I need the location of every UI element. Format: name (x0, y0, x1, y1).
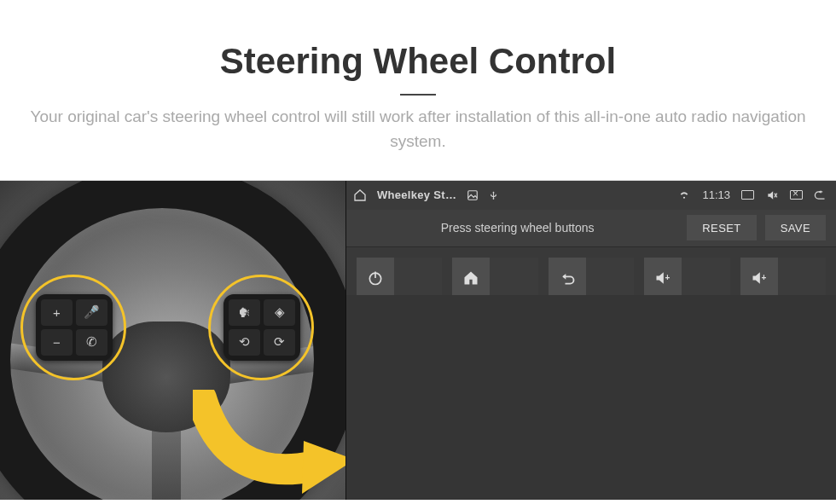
svg-text:+: + (665, 273, 671, 282)
svg-rect-1 (468, 191, 478, 200)
image-icon (467, 189, 479, 201)
display-icon[interactable] (741, 190, 754, 200)
page-subtitle: Your original car's steering wheel contr… (26, 104, 810, 154)
back-icon[interactable] (814, 189, 829, 201)
config-toolbar: Press steering wheel buttons RESET SAVE (346, 210, 836, 247)
save-button[interactable]: SAVE (765, 215, 826, 240)
key-power[interactable] (357, 258, 442, 298)
home-icon[interactable] (353, 188, 367, 202)
prompt-text: Press steering wheel buttons (357, 221, 678, 235)
home-icon (452, 258, 490, 298)
reset-button[interactable]: RESET (687, 215, 756, 240)
title-underline (400, 94, 436, 96)
key-home[interactable] (452, 258, 537, 298)
callout-arrow (193, 390, 345, 500)
svg-marker-0 (302, 441, 345, 494)
headunit-screen: Wheelkey St… 11:13 (345, 181, 836, 500)
volume-up-icon: + (644, 258, 682, 298)
svg-text:+: + (761, 273, 766, 282)
close-app-icon[interactable] (790, 190, 803, 200)
app-title: Wheelkey St… (377, 188, 456, 201)
wifi-icon (677, 189, 691, 200)
mute-icon[interactable] (765, 189, 779, 201)
status-bar: Wheelkey St… 11:13 (346, 181, 836, 210)
volume-up-icon: + (740, 258, 778, 298)
clock: 11:13 (702, 188, 730, 201)
highlight-circle-right (208, 275, 314, 380)
key-volume-up-2[interactable]: + (740, 258, 826, 298)
key-volume-up-1[interactable]: + (644, 258, 729, 298)
highlight-circle-left (20, 275, 126, 380)
usb-icon (489, 188, 498, 202)
config-body-empty (346, 295, 836, 500)
undo-icon (549, 258, 586, 298)
power-icon (357, 258, 394, 298)
key-return[interactable] (549, 258, 634, 298)
steering-wheel-illustration: + 🎤 − ✆ 🗣 ◈ ⟲ ⟳ (0, 181, 345, 500)
page-title: Steering Wheel Control (0, 41, 836, 82)
